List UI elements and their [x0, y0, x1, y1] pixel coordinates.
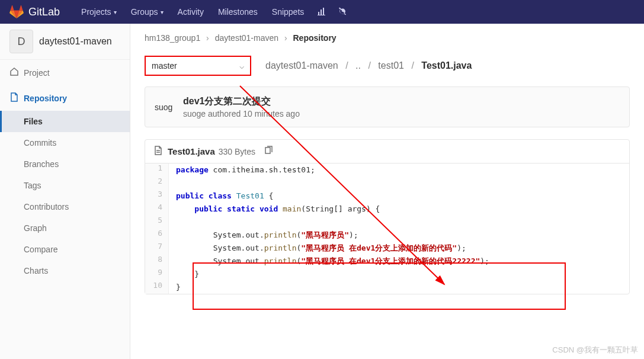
- commit-meta: suoge authored 10 minutes ago: [183, 109, 300, 118]
- watermark: CSDN @我有一颗五叶草: [552, 345, 638, 355]
- nav-projects[interactable]: Projects▾: [74, 0, 124, 24]
- chevron-down-icon: ▾: [161, 9, 164, 15]
- main-content: hm138_group1 › daytest01-maven › Reposit…: [130, 24, 644, 359]
- svg-rect-4: [265, 148, 270, 153]
- file-panel: Test01.java 330 Bytes 1package com.ithei…: [145, 139, 630, 294]
- svg-rect-1: [321, 9, 322, 15]
- project-name: daytest01-maven: [39, 36, 112, 47]
- code-block: 1package com.itheima.sh.test01; 2 3publi…: [145, 164, 629, 294]
- project-header[interactable]: D daytest01-maven: [0, 24, 130, 60]
- path-dots[interactable]: ..: [355, 60, 361, 70]
- sidebar-item-project[interactable]: Project: [0, 60, 130, 85]
- sidebar-branches[interactable]: Branches: [0, 153, 130, 175]
- file-header: Test01.java 330 Bytes: [145, 140, 629, 164]
- sidebar-compare[interactable]: Compare: [0, 239, 130, 260]
- chevron-down-icon: ⌵: [239, 61, 244, 70]
- breadcrumb-group[interactable]: hm138_group1: [145, 33, 200, 43]
- top-nav: GitLab Projects▾ Groups▾ Activity Milest…: [0, 0, 644, 24]
- sidebar-commits[interactable]: Commits: [0, 132, 130, 153]
- sidebar-item-repository[interactable]: Repository: [0, 85, 130, 111]
- sidebar-files[interactable]: Files: [0, 111, 130, 132]
- sidebar-tags[interactable]: Tags: [0, 175, 130, 196]
- file-size: 330 Bytes: [219, 147, 255, 156]
- project-avatar: D: [9, 30, 33, 53]
- sidebar: D daytest01-maven Project Repository Fil…: [0, 24, 130, 359]
- chevron-down-icon: ▾: [114, 9, 117, 15]
- nav-milestones[interactable]: Milestones: [211, 0, 265, 24]
- sidebar-charts[interactable]: Charts: [0, 260, 130, 281]
- path-file: Test01.java: [421, 60, 472, 70]
- document-icon: [153, 146, 163, 157]
- wrench-icon[interactable]: [332, 7, 354, 18]
- nav-snippets[interactable]: Snippets: [265, 0, 311, 24]
- file-icon: [9, 92, 19, 104]
- svg-rect-3: [318, 15, 325, 15]
- nav-groups[interactable]: Groups▾: [124, 0, 171, 24]
- commit-title[interactable]: dev1分支第二次提交: [183, 95, 300, 108]
- file-path: daytest01-maven / .. / test01 / Test01.j…: [265, 60, 472, 71]
- sidebar-contributors[interactable]: Contributors: [0, 196, 130, 217]
- breadcrumb-page: Repository: [293, 33, 337, 43]
- breadcrumb-project[interactable]: daytest01-maven: [215, 33, 278, 43]
- sidebar-graph[interactable]: Graph: [0, 217, 130, 239]
- brand-text: GitLab: [28, 6, 60, 18]
- chart-icon[interactable]: [311, 7, 332, 18]
- file-name: Test01.java: [168, 146, 215, 156]
- breadcrumb: hm138_group1 › daytest01-maven › Reposit…: [145, 33, 630, 43]
- gitlab-icon: [9, 5, 24, 19]
- branch-name: master: [152, 61, 177, 70]
- gitlab-logo[interactable]: GitLab: [9, 5, 60, 19]
- commit-author-avatar: suog: [155, 102, 176, 112]
- branch-selector[interactable]: master ⌵: [145, 56, 251, 76]
- last-commit-panel: suog dev1分支第二次提交 suoge authored 10 minut…: [145, 86, 630, 127]
- path-root[interactable]: daytest01-maven: [265, 60, 338, 70]
- home-icon: [9, 67, 19, 78]
- nav-activity[interactable]: Activity: [171, 0, 211, 24]
- svg-rect-2: [323, 8, 324, 15]
- path-dir[interactable]: test01: [378, 60, 404, 70]
- svg-rect-0: [318, 12, 319, 15]
- copy-button[interactable]: [264, 146, 273, 157]
